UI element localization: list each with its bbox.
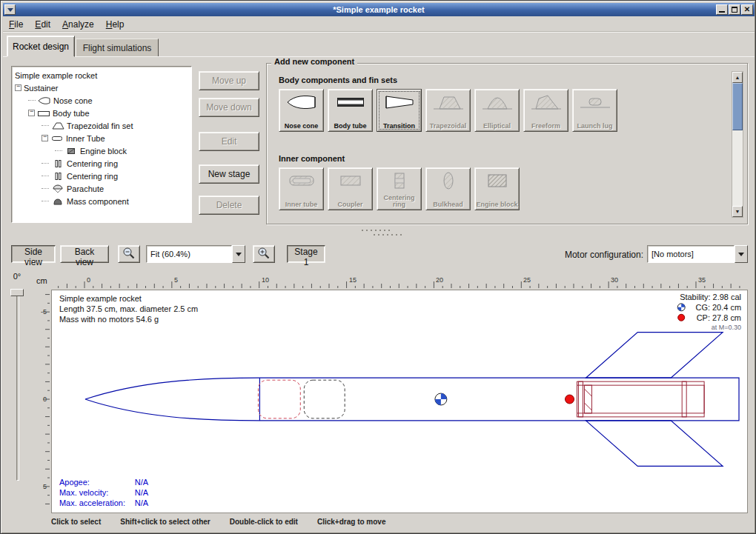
rotation-slider-track[interactable] bbox=[16, 291, 19, 481]
tree-item-nose-cone[interactable]: Nose cone bbox=[12, 94, 191, 107]
menu-analyze[interactable]: Analyze bbox=[56, 18, 100, 31]
trapezoidal-fin-icon bbox=[432, 92, 465, 113]
motor-configuration-select[interactable]: [No motors] bbox=[647, 245, 748, 263]
minimize-button[interactable] bbox=[716, 4, 728, 15]
rocket-body-outline bbox=[85, 333, 739, 467]
tree-item-body-tube[interactable]: Body tube bbox=[12, 107, 191, 119]
svg-text:10: 10 bbox=[262, 276, 269, 284]
mass-component-icon bbox=[51, 197, 64, 206]
minimize-icon bbox=[719, 10, 725, 13]
zoom-dropdown-button[interactable] bbox=[232, 245, 245, 263]
collapse-toggle-icon[interactable] bbox=[28, 110, 35, 116]
tree-item-engine-block[interactable]: Engine block bbox=[12, 144, 191, 157]
new-stage-button[interactable]: New stage bbox=[199, 164, 259, 184]
tab-flight-simulations[interactable]: Flight simulations bbox=[76, 39, 159, 57]
splitter-handle[interactable] bbox=[361, 229, 391, 232]
zoom-out-button[interactable] bbox=[118, 245, 140, 263]
zoom-level-select[interactable]: Fit (60.4%) bbox=[146, 245, 245, 263]
component-tree[interactable]: Simple example rocket Sustainer Nose con… bbox=[11, 66, 192, 223]
svg-text:20: 20 bbox=[436, 276, 443, 284]
maximize-button[interactable] bbox=[729, 4, 740, 15]
tree-item-mass-component[interactable]: Mass component bbox=[12, 195, 191, 207]
svg-text:0: 0 bbox=[87, 276, 90, 284]
motor-dropdown-button[interactable] bbox=[735, 245, 748, 263]
hint-item: Click+drag to move bbox=[317, 518, 386, 526]
scrollbar-thumb[interactable] bbox=[732, 83, 743, 130]
rocket-name-text: Simple example rocket bbox=[59, 294, 142, 303]
add-body-tube-button[interactable]: Body tube bbox=[328, 89, 373, 132]
body-tube-icon bbox=[37, 109, 50, 118]
coupler-icon bbox=[334, 170, 367, 191]
side-view-button[interactable]: Side view bbox=[11, 245, 56, 263]
rotation-slider-handle[interactable] bbox=[10, 289, 24, 296]
cg-marker bbox=[435, 393, 447, 405]
close-button[interactable]: ✕ bbox=[741, 4, 753, 15]
edit-button[interactable]: Edit bbox=[199, 132, 259, 151]
centering-ring-icon bbox=[383, 170, 416, 191]
add-launch-lug-button[interactable]: Launch lug bbox=[572, 89, 617, 132]
component-panel-scrollbar[interactable]: ▲ ▼ bbox=[732, 71, 743, 218]
trapezoidal-fin-icon bbox=[51, 121, 64, 130]
hint-item: Shift+click to select other bbox=[120, 518, 210, 526]
tree-item-parachute[interactable]: Parachute bbox=[12, 182, 191, 195]
scroll-down-button[interactable]: ▼ bbox=[732, 206, 743, 217]
zoom-in-button[interactable] bbox=[253, 245, 275, 263]
tree-item-fin-set[interactable]: Trapezoidal fin set bbox=[12, 119, 191, 132]
titlebar[interactable]: *Simple example rocket ✕ bbox=[3, 3, 755, 16]
move-up-button[interactable]: Move up bbox=[199, 71, 259, 90]
apogee-value: N/A bbox=[135, 478, 149, 487]
rocket-mass-text: Mass with no motors 54.6 g bbox=[59, 315, 159, 324]
tab-rocket-design[interactable]: Rocket design bbox=[7, 36, 75, 57]
mach-text: at M=0.30 bbox=[712, 324, 741, 331]
tree-item-inner-tube[interactable]: Inner Tube bbox=[12, 132, 191, 144]
svg-text:35: 35 bbox=[698, 276, 706, 284]
inner-tube-icon bbox=[50, 134, 64, 143]
collapse-toggle-icon[interactable] bbox=[15, 84, 21, 91]
tree-item-centering-ring-2[interactable]: Centering ring bbox=[12, 170, 191, 182]
horizontal-ruler: 0 5 10 15 20 25 30 35 bbox=[51, 273, 748, 288]
back-view-button[interactable]: Back view bbox=[60, 245, 109, 263]
delete-button[interactable]: Delete bbox=[199, 196, 259, 215]
move-down-button[interactable]: Move down bbox=[199, 98, 259, 117]
add-transition-button[interactable]: Transition bbox=[377, 89, 422, 132]
add-freeform-fin-button[interactable]: Freeform bbox=[523, 89, 568, 132]
add-centering-ring-button[interactable]: Centering ring bbox=[377, 167, 422, 210]
body-components-section-label: Body components and fin sets bbox=[279, 76, 397, 84]
splitter-handle[interactable] bbox=[373, 233, 402, 236]
scroll-up-button[interactable]: ▲ bbox=[732, 72, 743, 83]
rotation-angle-label: 0° bbox=[7, 272, 27, 281]
menu-file[interactable]: File bbox=[3, 18, 29, 31]
maximize-icon bbox=[732, 7, 737, 13]
menubar: File Edit Analyze Help bbox=[3, 17, 755, 32]
svg-text:30: 30 bbox=[611, 276, 618, 284]
add-trapezoidal-fin-button[interactable]: Trapezoidal bbox=[425, 89, 471, 132]
tree-item-rocket[interactable]: Simple example rocket bbox=[12, 69, 191, 81]
apogee-label: Apogee: bbox=[59, 478, 90, 487]
menu-help[interactable]: Help bbox=[100, 18, 130, 31]
inner-component-section-label: Inner component bbox=[279, 154, 345, 163]
stage-1-toggle[interactable]: Stage 1 bbox=[287, 245, 325, 263]
add-elliptical-fin-button[interactable]: Elliptical bbox=[474, 89, 520, 132]
add-coupler-button[interactable]: Coupler bbox=[328, 167, 373, 210]
tab-panel-edge bbox=[3, 56, 755, 57]
add-engine-block-button[interactable]: Engine block bbox=[474, 167, 520, 210]
add-bulkhead-button[interactable]: Bulkhead bbox=[425, 167, 471, 210]
tree-item-centering-ring-1[interactable]: Centering ring bbox=[12, 157, 191, 170]
launch-lug-icon bbox=[579, 92, 611, 113]
tree-item-sustainer[interactable]: Sustainer bbox=[12, 81, 191, 94]
collapse-toggle-icon[interactable] bbox=[42, 135, 48, 141]
window-title: *Simple example rocket bbox=[3, 3, 755, 16]
system-menu-button[interactable] bbox=[4, 4, 16, 15]
velocity-value: N/A bbox=[135, 488, 149, 497]
add-nose-cone-button[interactable]: Nose cone bbox=[279, 89, 324, 132]
acceleration-value: N/A bbox=[135, 498, 149, 507]
rocket-view-canvas[interactable]: Simple example rocket Length 37.5 cm, ma… bbox=[51, 290, 748, 513]
app-icon bbox=[7, 8, 13, 12]
svg-text:25: 25 bbox=[523, 276, 531, 284]
app-window: *Simple example rocket ✕ File Edit Analy… bbox=[0, 0, 756, 534]
add-inner-tube-button[interactable]: Inner tube bbox=[279, 167, 324, 210]
nose-cone-icon bbox=[285, 92, 318, 113]
cg-text: CG: 20.4 cm bbox=[695, 303, 741, 312]
menu-edit[interactable]: Edit bbox=[29, 18, 56, 31]
rocket-dimensions-text: Length 37.5 cm, max. diameter 2.5 cm bbox=[59, 304, 198, 313]
